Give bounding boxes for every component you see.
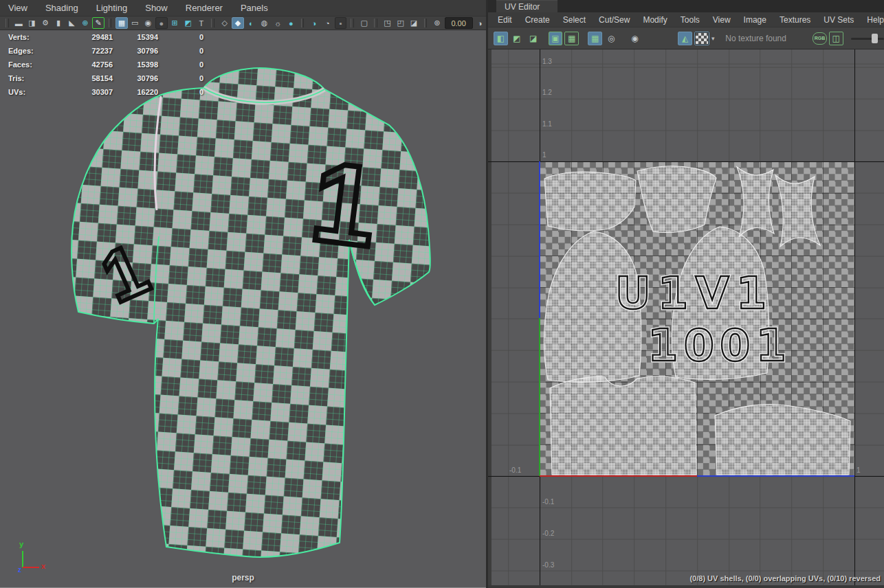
exposure-icon[interactable]: ⊛: [431, 17, 443, 29]
isolate-select-icon[interactable]: ▢: [358, 17, 370, 29]
tile-stack-icon[interactable]: ◩: [510, 32, 524, 45]
grid-icon[interactable]: ▦: [115, 17, 127, 29]
camera-settings-icon[interactable]: ⚙: [39, 17, 51, 29]
grid-label-u: 1: [857, 466, 861, 474]
gamma-icon[interactable]: ◑: [474, 17, 486, 29]
light-sphere-icon[interactable]: ●: [285, 17, 297, 29]
uv-menu-textures[interactable]: Textures: [780, 15, 810, 25]
uv-editor-tab[interactable]: UV Editor: [496, 0, 557, 13]
toolbar-separator: [211, 19, 214, 27]
uv-menu-image[interactable]: Image: [744, 15, 766, 25]
texture-borders-icon[interactable]: ▣: [549, 32, 563, 45]
snap-paste-icon[interactable]: ◰: [395, 17, 406, 29]
image-plane-icon[interactable]: ◪: [408, 17, 419, 29]
shadows-icon[interactable]: ◑: [308, 17, 320, 29]
lights-icon[interactable]: ☼: [272, 17, 283, 29]
menu-show[interactable]: Show: [145, 3, 168, 13]
camera-icon[interactable]: ▬: [13, 17, 25, 29]
viewport-canvas[interactable]: 1 1 Verts: 29481 15394 0 Edges: 72237 30…: [0, 30, 486, 588]
toolbar-separator: [5, 19, 9, 27]
hud-label: UVs:: [8, 88, 69, 96]
viewport-menubar: View Shading Lighting Show Renderer Pane…: [0, 0, 486, 16]
grid-label-v: 1.3: [542, 58, 552, 65]
uv-canvas[interactable]: U1V1 U1V1 1001 1001 1.3 1.2 1.1 1 -0.1 -…: [488, 49, 884, 588]
grid-box-icon[interactable]: ▦: [564, 32, 579, 45]
toolbar-separator: [424, 19, 428, 27]
uv-snapshot-icon[interactable]: ◉: [628, 32, 642, 45]
hud-row: Verts: 29481 15394 0: [8, 30, 203, 44]
hud-value: 29481: [69, 33, 113, 41]
textured-icon[interactable]: ◐: [245, 17, 257, 29]
safe-title-icon[interactable]: T: [195, 17, 207, 29]
uv-menu-select[interactable]: Select: [563, 15, 586, 25]
hud-value: 15394: [113, 33, 158, 41]
uv-menu-cutsew[interactable]: Cut/Sew: [599, 15, 630, 25]
toolbar-separator: [374, 19, 377, 27]
uv-menu-view[interactable]: View: [713, 15, 731, 25]
uv-editor-panel[interactable]: UV Editor Edit Create Select Cut/Sew Mod…: [488, 0, 884, 588]
tshirt-model[interactable]: 1 1: [0, 30, 486, 588]
grid-label-v: -0.2: [542, 530, 554, 537]
wireframe-cube-icon[interactable]: ◇: [219, 17, 230, 29]
exposure-field[interactable]: 0.00: [445, 17, 473, 29]
checkered-sphere-icon[interactable]: ◍: [258, 17, 270, 29]
camera-lock-icon[interactable]: ◨: [26, 17, 38, 29]
hud-polycount: Verts: 29481 15394 0 Edges: 72237 30796 …: [8, 30, 203, 99]
motion-blur-icon[interactable]: ▪: [335, 17, 346, 29]
axis-y-label: y: [19, 540, 23, 548]
shell-bottom-right: [715, 405, 850, 475]
snap-copy-icon[interactable]: ◳: [382, 17, 393, 29]
image-display-icon[interactable]: ◭: [678, 32, 692, 45]
slider-thumb[interactable]: [872, 34, 878, 43]
udim-label: 1001: [648, 320, 792, 371]
uv-menu-modify[interactable]: Modify: [643, 15, 667, 25]
pixel-grid-icon[interactable]: ▦: [588, 32, 602, 45]
uv-editor-tabbar: UV Editor: [488, 0, 884, 12]
image-brightness-slider[interactable]: [851, 32, 884, 45]
safe-action-icon[interactable]: ◩: [182, 17, 194, 29]
uv-menu-tools[interactable]: Tools: [681, 15, 700, 25]
axis-y: [22, 551, 23, 567]
hud-row: UVs: 30307 16220 0: [8, 85, 203, 99]
pan-zoom-icon[interactable]: ⊕: [79, 17, 91, 29]
bookmark-icon[interactable]: ▮: [52, 17, 64, 29]
uv-tile-label: U1V1: [615, 268, 774, 319]
tile-layout-icon[interactable]: ◧: [494, 32, 508, 45]
hud-label: Verts:: [8, 33, 69, 41]
hud-label: Faces:: [8, 60, 69, 69]
menu-view[interactable]: View: [8, 3, 27, 13]
menu-lighting[interactable]: Lighting: [96, 3, 128, 13]
gate-mask-icon[interactable]: ●: [155, 17, 167, 29]
ink-brush-icon[interactable]: ◣: [66, 17, 78, 29]
menu-shading[interactable]: Shading: [45, 3, 78, 13]
dim-image-icon[interactable]: ◎: [604, 32, 619, 45]
tile-corner-icon[interactable]: ◪: [526, 32, 540, 45]
slider-track: [851, 38, 884, 40]
axis-x-label: x: [41, 562, 45, 570]
toolbar-separator: [351, 19, 354, 27]
grid-label-v: 1.1: [542, 120, 552, 128]
film-gate-icon[interactable]: ▭: [129, 17, 141, 29]
menu-panels[interactable]: Panels: [241, 3, 268, 13]
shell-bottom-left: [550, 376, 696, 475]
texture-dropdown-icon[interactable]: ▾: [711, 35, 719, 42]
rgb-channels-icon[interactable]: RGB: [813, 32, 827, 45]
uv-menu-help[interactable]: Help: [867, 15, 884, 25]
viewport-panel[interactable]: View Shading Lighting Show Renderer Pane…: [0, 0, 486, 588]
menu-renderer[interactable]: Renderer: [186, 3, 223, 13]
resolution-gate-icon[interactable]: ◉: [142, 17, 154, 29]
uv-panel-bottom-edge: [488, 585, 884, 588]
image-ratio-icon[interactable]: ◫: [829, 32, 843, 45]
uv-menu-edit[interactable]: Edit: [498, 15, 512, 25]
field-chart-icon[interactable]: ⊞: [169, 17, 181, 29]
uv-menu-create[interactable]: Create: [525, 15, 550, 25]
smooth-shade-icon[interactable]: ◆: [232, 17, 243, 29]
hud-value: 72237: [69, 47, 113, 55]
uv-menu-uvsets[interactable]: UV Sets: [824, 15, 854, 25]
ambient-occlusion-icon[interactable]: ◔: [322, 17, 333, 29]
shell-torso-front: [637, 166, 716, 233]
viewport-toolbar: ▬ ◨ ⚙ ▮ ◣ ⊕ ✎ ▦ ▭ ◉ ● ⊞ ◩ T ◇ ◆ ◐ ◍ ☼ ● …: [0, 16, 486, 30]
uv-shells[interactable]: U1V1 U1V1 1001 1001: [540, 161, 854, 476]
checker-tiles-icon[interactable]: [694, 32, 709, 45]
grease-pencil-icon[interactable]: ✎: [92, 17, 104, 29]
